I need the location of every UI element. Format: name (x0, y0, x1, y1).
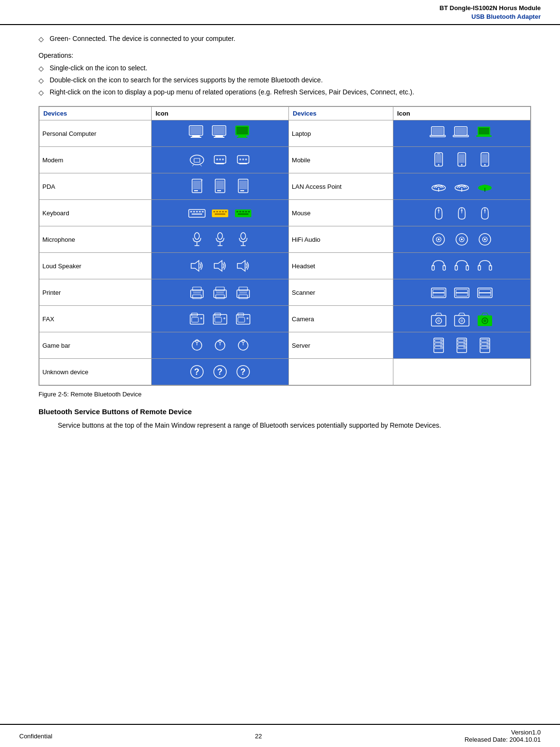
svg-rect-1 (192, 135, 200, 137)
fax-icon-2 (210, 310, 230, 328)
icon-cell-unknown: ? ? ? (151, 359, 288, 385)
mobile-icon-2 (452, 151, 471, 169)
svg-rect-13 (432, 128, 443, 134)
section-heading: Bluetooth Service Buttons of Remote Devi… (39, 407, 531, 416)
scanner-icon-1 (429, 283, 448, 301)
svg-point-170 (440, 340, 442, 341)
svg-text:?: ? (240, 367, 246, 377)
keyboard-icon-3 (234, 204, 253, 222)
icon-cell-camera (393, 306, 530, 332)
svg-rect-81 (238, 213, 248, 215)
lan-icon-3 (475, 177, 495, 196)
svg-rect-76 (236, 211, 238, 212)
icon-row (396, 175, 527, 197)
page-header: BT Dongle-IS1002N Horus Module USB Bluet… (0, 0, 560, 25)
svg-point-147 (247, 317, 248, 319)
svg-point-177 (463, 340, 465, 341)
svg-rect-74 (215, 213, 225, 215)
fax-icon-1 (187, 310, 207, 328)
icon-row (396, 334, 527, 356)
scanner-icon-3 (475, 283, 495, 301)
svg-marker-106 (191, 261, 199, 271)
svg-point-27 (219, 158, 221, 160)
device-name-headset: Headset (289, 253, 393, 279)
table-row: FAX (39, 306, 531, 332)
op3-text: Right-click on the icon to display a pop… (50, 88, 414, 96)
svg-rect-65 (199, 211, 201, 212)
svg-point-156 (483, 319, 486, 322)
col1-header: Devices (39, 107, 152, 120)
device-name-personal-computer: Personal Computer (39, 120, 152, 147)
svg-rect-73 (225, 211, 227, 212)
svg-rect-79 (245, 211, 247, 212)
svg-marker-107 (214, 261, 222, 271)
table-row: Microphone (39, 226, 531, 253)
svg-rect-5 (215, 135, 223, 137)
svg-rect-63 (193, 211, 195, 212)
svg-rect-138 (192, 317, 198, 322)
col4-header: Icon (393, 107, 530, 120)
icon-cell-mouse (393, 200, 530, 226)
svg-point-32 (242, 158, 244, 160)
diamond-icon2: ◇ (39, 65, 44, 72)
device-name-gamebar: Game bar (39, 332, 152, 359)
svg-point-37 (438, 164, 439, 166)
device-name-server: Server (289, 332, 393, 359)
footer-version: Version1.0 (465, 729, 541, 736)
icon-row (155, 202, 286, 224)
svg-point-88 (195, 233, 199, 239)
mic-icon-2 (210, 230, 230, 249)
svg-point-185 (486, 343, 488, 345)
svg-point-161 (219, 340, 221, 342)
svg-rect-120 (216, 287, 224, 291)
unknown-icon-2: ? (210, 363, 230, 381)
footer-left: Confidential (19, 733, 52, 740)
svg-point-31 (239, 158, 241, 160)
icon-row (396, 255, 527, 277)
header-title1: BT Dongle-IS1002N Horus Module (19, 4, 541, 13)
icon-row (155, 255, 286, 277)
pda-icon-1 (187, 177, 207, 196)
diamond-icon4: ◇ (39, 89, 44, 96)
svg-rect-77 (239, 211, 241, 212)
unknown-icon-3: ? (234, 363, 253, 381)
svg-rect-20 (476, 135, 492, 137)
device-name-loudspeaker: Loud Speaker (39, 253, 152, 279)
icon-row (155, 149, 286, 171)
footer-date: Released Date: 2004.10.01 (465, 736, 541, 743)
svg-point-94 (241, 233, 246, 239)
svg-rect-80 (248, 211, 250, 212)
svg-point-179 (463, 347, 465, 348)
svg-line-24 (199, 164, 202, 166)
svg-point-171 (440, 343, 442, 345)
svg-rect-71 (219, 211, 221, 212)
svg-rect-50 (216, 181, 224, 189)
col2-header: Icon (151, 107, 288, 120)
keyboard-icon-1 (187, 204, 207, 222)
laptop-icon-2 (452, 124, 471, 143)
camera-icon-2 (452, 310, 471, 328)
icon-row (155, 334, 286, 356)
gamebar-icon-2 (210, 336, 230, 354)
icon-row (155, 175, 286, 197)
icon-row (396, 149, 527, 171)
table-row: Keyboard (39, 200, 531, 226)
icon-cell-loudspeaker (151, 253, 288, 279)
icon-cell-fax (151, 306, 288, 332)
svg-rect-14 (430, 135, 445, 137)
svg-rect-43 (482, 154, 488, 163)
green-connected-text: Green- Connected. The device is connecte… (50, 35, 235, 42)
green-connected-bullet: ◇ Green- Connected. The device is connec… (39, 35, 531, 43)
mobile-icon-1 (429, 151, 448, 169)
svg-rect-83 (438, 210, 440, 211)
device-name-keyboard: Keyboard (39, 200, 152, 226)
icon-cell-headset (393, 253, 530, 279)
svg-rect-142 (215, 317, 221, 322)
lan-icon-1 (429, 177, 448, 196)
camera-icon-3 (475, 310, 495, 328)
icon-cell-personal-computer (151, 120, 288, 147)
pc-icon-3 (234, 124, 253, 143)
hifi-icon-1 (429, 230, 448, 249)
svg-line-23 (192, 164, 195, 166)
svg-rect-146 (238, 317, 245, 322)
